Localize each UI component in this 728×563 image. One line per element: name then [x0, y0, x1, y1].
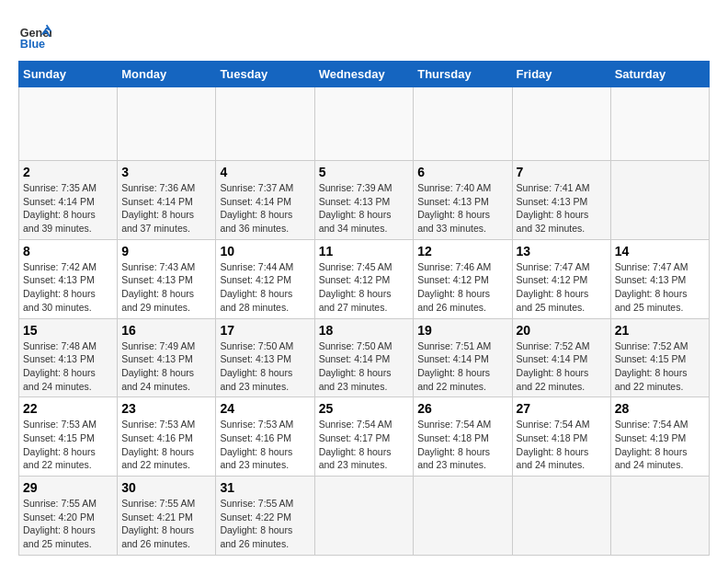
calendar-cell: 28Sunrise: 7:54 AMSunset: 4:19 PMDayligh… [610, 397, 709, 477]
calendar-week-row: 2Sunrise: 7:35 AMSunset: 4:14 PMDaylight… [19, 161, 710, 240]
day-number: 25 [319, 401, 410, 416]
day-info: Sunrise: 7:36 AMSunset: 4:14 PMDaylight:… [121, 181, 211, 236]
day-number: 5 [319, 165, 410, 179]
calendar-cell [610, 477, 709, 556]
calendar-cell: 11Sunrise: 7:45 AMSunset: 4:12 PMDayligh… [314, 239, 414, 318]
weekday-header-saturday: Saturday [610, 62, 709, 87]
calendar-cell: 23Sunrise: 7:53 AMSunset: 4:16 PMDayligh… [118, 397, 216, 477]
day-info: Sunrise: 7:39 AMSunset: 4:13 PMDaylight:… [319, 181, 410, 236]
day-number: 10 [220, 244, 310, 259]
day-info: Sunrise: 7:49 AMSunset: 4:13 PMDaylight:… [121, 339, 211, 394]
calendar-cell: 13Sunrise: 7:47 AMSunset: 4:12 PMDayligh… [512, 239, 610, 318]
calendar-cell: 2Sunrise: 7:35 AMSunset: 4:14 PMDaylight… [19, 161, 118, 240]
day-number: 29 [23, 480, 113, 495]
day-number: 17 [220, 323, 310, 338]
calendar-cell: 17Sunrise: 7:50 AMSunset: 4:13 PMDayligh… [216, 318, 314, 397]
day-number: 26 [417, 401, 507, 416]
day-info: Sunrise: 7:55 AMSunset: 4:20 PMDaylight:… [23, 497, 113, 551]
day-info: Sunrise: 7:51 AMSunset: 4:14 PMDaylight:… [417, 339, 507, 394]
day-info: Sunrise: 7:45 AMSunset: 4:12 PMDaylight:… [319, 260, 410, 315]
day-number: 23 [121, 401, 211, 416]
day-number: 9 [121, 244, 211, 259]
calendar-week-row: 29Sunrise: 7:55 AMSunset: 4:20 PMDayligh… [19, 477, 710, 556]
page-header: General Blue [18, 18, 710, 52]
day-info: Sunrise: 7:47 AMSunset: 4:13 PMDaylight:… [615, 260, 705, 315]
calendar-cell [414, 477, 512, 556]
day-number: 11 [319, 244, 410, 259]
calendar-cell: 10Sunrise: 7:44 AMSunset: 4:12 PMDayligh… [216, 239, 314, 318]
day-number: 18 [319, 323, 410, 338]
day-number: 21 [615, 323, 705, 338]
calendar-cell: 18Sunrise: 7:50 AMSunset: 4:14 PMDayligh… [314, 318, 414, 397]
day-info: Sunrise: 7:50 AMSunset: 4:13 PMDaylight:… [220, 339, 310, 394]
day-number: 2 [23, 165, 113, 179]
calendar-cell [118, 87, 216, 161]
day-number: 22 [23, 401, 113, 416]
day-info: Sunrise: 7:54 AMSunset: 4:18 PMDaylight:… [417, 418, 507, 472]
day-number: 14 [615, 244, 705, 259]
calendar-week-row [19, 87, 710, 161]
weekday-header-friday: Friday [512, 62, 610, 87]
day-info: Sunrise: 7:55 AMSunset: 4:21 PMDaylight:… [121, 497, 211, 551]
day-number: 12 [417, 244, 507, 259]
calendar-cell [19, 87, 118, 161]
day-number: 16 [121, 323, 211, 338]
calendar-cell [414, 87, 512, 161]
day-info: Sunrise: 7:54 AMSunset: 4:19 PMDaylight:… [615, 418, 705, 472]
day-number: 6 [417, 165, 507, 179]
calendar-cell: 31Sunrise: 7:55 AMSunset: 4:22 PMDayligh… [216, 477, 314, 556]
svg-text:Blue: Blue [20, 38, 45, 51]
calendar-cell: 3Sunrise: 7:36 AMSunset: 4:14 PMDaylight… [118, 161, 216, 240]
day-number: 15 [23, 323, 113, 338]
calendar-cell: 25Sunrise: 7:54 AMSunset: 4:17 PMDayligh… [314, 397, 414, 477]
day-info: Sunrise: 7:46 AMSunset: 4:12 PMDaylight:… [417, 260, 507, 315]
day-info: Sunrise: 7:55 AMSunset: 4:22 PMDaylight:… [220, 497, 310, 551]
calendar-cell: 20Sunrise: 7:52 AMSunset: 4:14 PMDayligh… [512, 318, 610, 397]
weekday-header-sunday: Sunday [19, 62, 118, 87]
calendar-cell [314, 477, 414, 556]
day-info: Sunrise: 7:52 AMSunset: 4:14 PMDaylight:… [517, 339, 607, 394]
day-number: 31 [220, 480, 310, 495]
calendar-cell [314, 87, 414, 161]
day-info: Sunrise: 7:54 AMSunset: 4:17 PMDaylight:… [319, 418, 410, 472]
day-number: 30 [121, 480, 211, 495]
calendar-week-row: 8Sunrise: 7:42 AMSunset: 4:13 PMDaylight… [19, 239, 710, 318]
calendar-cell [216, 87, 314, 161]
weekday-header-wednesday: Wednesday [314, 62, 414, 87]
calendar-cell: 4Sunrise: 7:37 AMSunset: 4:14 PMDaylight… [216, 161, 314, 240]
day-number: 27 [517, 401, 607, 416]
weekday-header-thursday: Thursday [414, 62, 512, 87]
calendar-cell: 24Sunrise: 7:53 AMSunset: 4:16 PMDayligh… [216, 397, 314, 477]
day-info: Sunrise: 7:35 AMSunset: 4:14 PMDaylight:… [23, 181, 113, 236]
day-info: Sunrise: 7:41 AMSunset: 4:13 PMDaylight:… [517, 181, 607, 236]
calendar-cell-empty [610, 161, 709, 240]
calendar-cell [610, 87, 709, 161]
calendar-week-row: 15Sunrise: 7:48 AMSunset: 4:13 PMDayligh… [19, 318, 710, 397]
calendar-cell: 30Sunrise: 7:55 AMSunset: 4:21 PMDayligh… [118, 477, 216, 556]
day-number: 3 [121, 165, 211, 179]
calendar-cell [512, 477, 610, 556]
day-number: 19 [417, 323, 507, 338]
day-info: Sunrise: 7:54 AMSunset: 4:18 PMDaylight:… [517, 418, 607, 472]
day-info: Sunrise: 7:53 AMSunset: 4:16 PMDaylight:… [220, 418, 310, 472]
calendar-cell: 22Sunrise: 7:53 AMSunset: 4:15 PMDayligh… [19, 397, 118, 477]
calendar-cell: 9Sunrise: 7:43 AMSunset: 4:13 PMDaylight… [118, 239, 216, 318]
day-info: Sunrise: 7:44 AMSunset: 4:12 PMDaylight:… [220, 260, 310, 315]
calendar-cell [512, 87, 610, 161]
day-info: Sunrise: 7:53 AMSunset: 4:15 PMDaylight:… [23, 418, 113, 472]
day-info: Sunrise: 7:43 AMSunset: 4:13 PMDaylight:… [121, 260, 211, 315]
day-number: 8 [23, 244, 113, 259]
weekday-header-monday: Monday [118, 62, 216, 87]
day-number: 24 [220, 401, 310, 416]
calendar-cell: 6Sunrise: 7:40 AMSunset: 4:13 PMDaylight… [414, 161, 512, 240]
calendar-week-row: 22Sunrise: 7:53 AMSunset: 4:15 PMDayligh… [19, 397, 710, 477]
calendar-cell: 26Sunrise: 7:54 AMSunset: 4:18 PMDayligh… [414, 397, 512, 477]
calendar-cell: 5Sunrise: 7:39 AMSunset: 4:13 PMDaylight… [314, 161, 414, 240]
calendar-cell: 21Sunrise: 7:52 AMSunset: 4:15 PMDayligh… [610, 318, 709, 397]
calendar-cell: 7Sunrise: 7:41 AMSunset: 4:13 PMDaylight… [512, 161, 610, 240]
day-info: Sunrise: 7:53 AMSunset: 4:16 PMDaylight:… [121, 418, 211, 472]
calendar-cell: 12Sunrise: 7:46 AMSunset: 4:12 PMDayligh… [414, 239, 512, 318]
calendar-cell: 19Sunrise: 7:51 AMSunset: 4:14 PMDayligh… [414, 318, 512, 397]
day-info: Sunrise: 7:52 AMSunset: 4:15 PMDaylight:… [615, 339, 705, 394]
weekday-header-tuesday: Tuesday [216, 62, 314, 87]
